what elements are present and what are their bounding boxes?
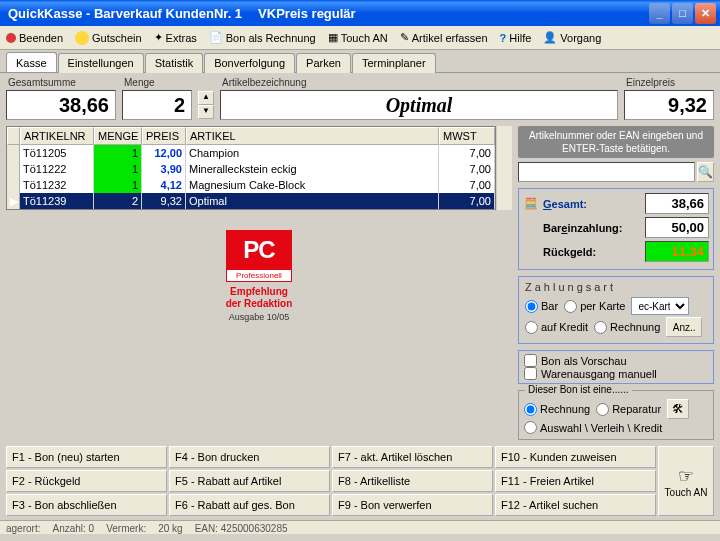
main-toolbar: Beenden Gutschein ✦Extras 📄Bon als Rechn… — [0, 26, 720, 50]
stop-icon — [6, 33, 16, 43]
f8-button[interactable]: F8 - Artikelliste — [332, 470, 493, 492]
maximize-button[interactable]: □ — [672, 3, 693, 24]
toolbar-vorgang[interactable]: 👤Vorgang — [541, 30, 603, 45]
table-row[interactable]: Tö1123214,12Magnesium Cake-Block7,00 — [7, 177, 495, 193]
col-artikel[interactable]: ARTIKEL — [186, 127, 439, 145]
edit-icon: ✎ — [400, 31, 409, 44]
rueckgeld-label: Rückgeld: — [543, 246, 641, 258]
calc-icon: 🧮 — [523, 197, 539, 210]
zahlungsart-title: Zahlungsart — [525, 281, 707, 293]
toolbar-touch-an[interactable]: ▦Touch AN — [326, 30, 390, 45]
bezeichnung-label: Artikelbezeichnung — [220, 77, 618, 88]
window-title: QuickKasse - Barverkauf KundenNr. 1 — [8, 6, 242, 21]
promo-badge: PC Professionell Empfehlungder Redaktion… — [6, 210, 512, 330]
toolbar-beenden[interactable]: Beenden — [4, 31, 65, 45]
person-icon: 👤 — [543, 31, 557, 44]
help-icon: ? — [500, 32, 507, 44]
gesamt-label: Gesamtsumme — [6, 77, 116, 88]
tab-einstellungen[interactable]: Einstellungen — [58, 53, 144, 73]
f5-button[interactable]: F5 - Rabatt auf Artikel — [169, 470, 330, 492]
toolbar-bon-als-rechnung[interactable]: 📄Bon als Rechnung — [207, 30, 318, 45]
window-subtitle: VKPreis regulär — [258, 6, 356, 21]
status-bar: agerort: Anzahl: 0 Vermerk: 20 kg EAN: 4… — [0, 520, 720, 534]
status-anzahl: Anzahl: 0 — [52, 523, 94, 532]
magnifier-icon: 🔍 — [698, 165, 713, 179]
f12-button[interactable]: F12 - Artikel suchen — [495, 494, 656, 516]
wand-icon: ✦ — [154, 31, 163, 44]
article-search-input[interactable] — [518, 162, 695, 182]
radio-bar[interactable]: Bar — [525, 300, 558, 313]
anz-button[interactable]: Anz.. — [666, 317, 702, 337]
article-grid[interactable]: ARTIKELNR MENGE PREIS ARTIKEL MWST Tö112… — [6, 126, 496, 210]
gesamt-value: 38,66 — [6, 90, 116, 120]
hand-icon: ☞ — [678, 465, 694, 487]
table-row[interactable]: Tö1122213,90Mineralleckstein eckig7,00 — [7, 161, 495, 177]
bezeichnung-value: Optimal — [220, 90, 618, 120]
pc-logo-sub: Professionell — [226, 270, 293, 282]
toolbar-extras[interactable]: ✦Extras — [152, 30, 199, 45]
einzelpreis-value: 9,32 — [624, 90, 714, 120]
table-row[interactable]: ▶Tö1123929,32Optimal7,00 — [7, 193, 495, 209]
search-button[interactable]: 🔍 — [697, 162, 714, 182]
grid-scrollbar[interactable] — [496, 126, 512, 210]
status-kg: 20 kg — [158, 523, 182, 532]
status-ean: EAN: 425000630285 — [195, 523, 288, 532]
menge-value[interactable]: 2 — [122, 90, 192, 120]
radio-rechnung[interactable]: Rechnung — [594, 321, 660, 334]
toolbar-artikel-erfassen[interactable]: ✎Artikel erfassen — [398, 30, 490, 45]
einzelpreis-label: Einzelpreis — [624, 77, 714, 88]
smiley-icon — [75, 31, 89, 45]
bon-type-title: Dieser Bon ist eine...... — [525, 384, 632, 395]
tab-bonverfolgung[interactable]: Bonverfolgung — [204, 53, 295, 73]
minimize-button[interactable]: _ — [649, 3, 670, 24]
f11-button[interactable]: F11 - Freien Artikel — [495, 470, 656, 492]
rueckgeld-value: 11,34 — [645, 241, 709, 262]
menge-down-button[interactable]: ▼ — [198, 105, 214, 119]
f9-button[interactable]: F9 - Bon verwerfen — [332, 494, 493, 516]
status-lagerort: agerort: — [6, 523, 40, 532]
gesamt-label-r: esamt: — [552, 198, 587, 210]
f6-button[interactable]: F6 - Rabatt auf ges. Bon — [169, 494, 330, 516]
table-row[interactable]: Tö11205112,00Champion7,00 — [7, 145, 495, 161]
tools-icon: 🛠 — [672, 402, 684, 416]
main-tabs: Kasse Einstellungen Statistik Bonverfolg… — [0, 50, 720, 73]
tab-kasse[interactable]: Kasse — [6, 52, 57, 72]
summary-bar: Gesamtsumme 38,66 Menge 2 ▲ ▼ Artikelbez… — [0, 73, 720, 124]
col-preis[interactable]: PREIS — [142, 127, 186, 145]
tab-terminplaner[interactable]: Terminplaner — [352, 53, 436, 73]
radio-auswahl[interactable]: Auswahl \ Verleih \ Kredit — [524, 421, 708, 434]
touch-an-button[interactable]: ☞ Touch AN — [658, 446, 714, 516]
radio-reparatur[interactable]: Reparatur — [596, 403, 661, 416]
check-warenausgang[interactable]: Warenausgang manuell — [524, 367, 708, 380]
f4-button[interactable]: F4 - Bon drucken — [169, 446, 330, 468]
col-menge[interactable]: MENGE — [94, 127, 142, 145]
karte-select[interactable]: ec-Karte — [631, 297, 689, 315]
status-vermerk: Vermerk: — [106, 523, 146, 532]
f3-button[interactable]: F3 - Bon abschließen — [6, 494, 167, 516]
pc-logo: PC — [226, 230, 293, 270]
col-mwst[interactable]: MWST — [439, 127, 495, 145]
radio-per-karte[interactable]: per Karte — [564, 300, 625, 313]
tab-statistik[interactable]: Statistik — [145, 53, 204, 73]
input-hint: Artikelnummer oder EAN eingeben und ENTE… — [518, 126, 714, 158]
f7-button[interactable]: F7 - akt. Artikel löschen — [332, 446, 493, 468]
radio-rechnung2[interactable]: Rechnung — [524, 403, 590, 416]
gesamt-value-r: 38,66 — [645, 193, 709, 214]
f1-button[interactable]: F1 - Bon (neu) starten — [6, 446, 167, 468]
grid-icon: ▦ — [328, 31, 338, 44]
check-bon-vorschau[interactable]: Bon als Vorschau — [524, 354, 708, 367]
f2-button[interactable]: F2 - Rückgeld — [6, 470, 167, 492]
fkey-bar: F1 - Bon (neu) starten F2 - Rückgeld F3 … — [0, 442, 720, 520]
bareinzahlung-input[interactable] — [645, 217, 709, 238]
document-icon: 📄 — [209, 31, 223, 44]
tools-button[interactable]: 🛠 — [667, 399, 689, 419]
title-bar: QuickKasse - Barverkauf KundenNr. 1 VKPr… — [0, 0, 720, 26]
tab-parken[interactable]: Parken — [296, 53, 351, 73]
menge-up-button[interactable]: ▲ — [198, 91, 214, 105]
radio-auf-kredit[interactable]: auf Kredit — [525, 321, 588, 334]
toolbar-hilfe[interactable]: ?Hilfe — [498, 31, 534, 45]
close-button[interactable]: ✕ — [695, 3, 716, 24]
f10-button[interactable]: F10 - Kunden zuweisen — [495, 446, 656, 468]
col-artikelnr[interactable]: ARTIKELNR — [20, 127, 94, 145]
toolbar-gutschein[interactable]: Gutschein — [73, 30, 144, 46]
